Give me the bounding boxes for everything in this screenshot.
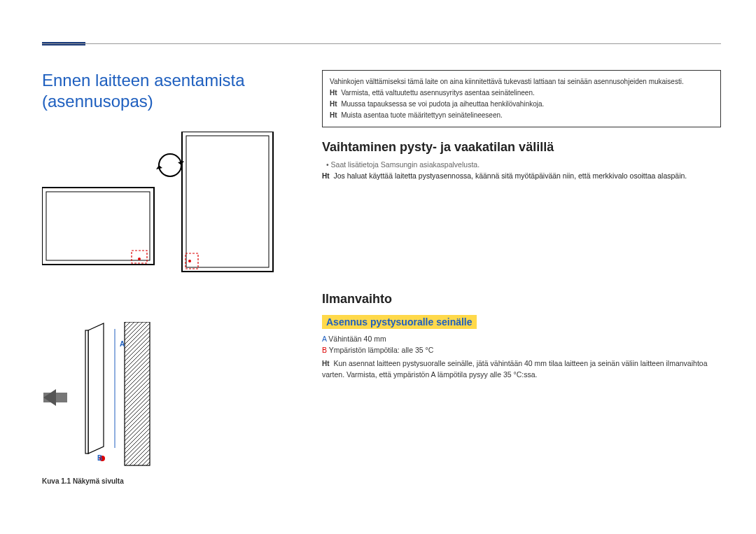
hint-icon: Ht (330, 111, 337, 119)
orientation-diagram (42, 132, 308, 286)
spec-a: A Vähintään 40 mm (322, 335, 721, 343)
ventilation-hint: Ht Kun asennat laitteen pystysuoralle se… (322, 358, 721, 381)
hint-icon: Ht (330, 100, 337, 108)
side-view-diagram: A B (42, 322, 189, 472)
info-line-2: Ht Varmista, että valtuutettu asennusyri… (330, 87, 713, 99)
diagram-label-a: A (120, 340, 125, 348)
section1-hint: Ht Jos haluat käyttää laitetta pystyasen… (322, 171, 721, 180)
spec-b: B Ympäristön lämpötila: alle 35 °C (322, 346, 721, 354)
hint-icon: Ht (322, 172, 330, 180)
svg-point-7 (188, 260, 191, 262)
page-title-line2: (asennusopas) (42, 92, 153, 111)
diagram-label-b: B (97, 454, 102, 462)
section1-bullet: • Saat lisätietoja Samsungin asiakaspalv… (326, 160, 721, 169)
svg-rect-6 (186, 253, 198, 269)
info-line-4: Ht Muista asentaa tuote määritettyyn sei… (330, 110, 713, 121)
spec-b-label: B (322, 346, 327, 354)
page-title-line1: Ennen laitteen asentamista (42, 71, 245, 90)
warning-info-box: Vahinkojen välttämiseksi tämä laite on a… (322, 70, 721, 127)
svg-rect-11 (125, 322, 150, 465)
svg-rect-5 (186, 136, 269, 267)
info-line-1: Vahinkojen välttämiseksi tämä laite on a… (330, 76, 713, 87)
svg-rect-2 (132, 251, 147, 263)
section-switching-title: Vaihtaminen pysty- ja vaakatilan välillä (322, 140, 721, 155)
svg-point-8 (159, 154, 181, 176)
top-rule (42, 43, 721, 44)
hint-icon: Ht (322, 360, 330, 367)
svg-rect-9 (85, 330, 88, 454)
figure-caption: Kuva 1.1 Näkymä sivulta (42, 477, 124, 485)
page-title: Ennen laitteen asentamista (asennusopas) (42, 70, 308, 112)
info-line-3: Ht Muussa tapauksessa se voi pudota ja a… (330, 99, 713, 110)
svg-rect-0 (42, 188, 154, 265)
hint-icon: Ht (330, 89, 337, 97)
section-ventilation-title: Ilmanvaihto (322, 292, 721, 307)
svg-rect-1 (46, 192, 150, 260)
right-column: Vahinkojen välttämiseksi tämä laite on a… (308, 70, 721, 381)
svg-point-3 (138, 258, 141, 260)
svg-rect-4 (182, 132, 273, 272)
ventilation-subheading: Asennus pystysuoralle seinälle (322, 315, 477, 329)
